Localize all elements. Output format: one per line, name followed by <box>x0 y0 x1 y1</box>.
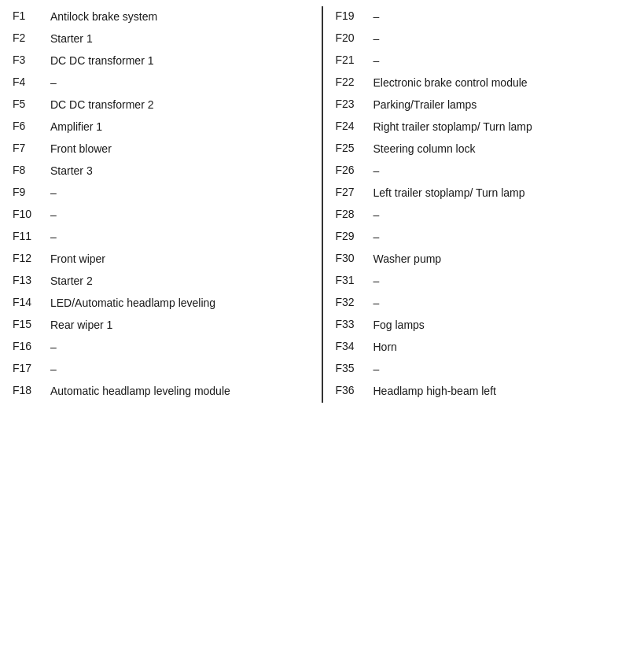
table-row: F27Left trailer stoplamp/ Turn lamp <box>336 182 632 205</box>
table-row: F4– <box>13 72 309 94</box>
table-row: F19– <box>336 6 632 28</box>
table-row: F30Washer pump <box>336 249 632 271</box>
table-row: F5DC DC transformer 2 <box>13 94 309 116</box>
fuse-description: – <box>374 274 632 289</box>
fuse-id: F19 <box>336 9 374 22</box>
table-row: F23Parking/Trailer lamps <box>336 94 632 116</box>
table-row: F1Antilock brake system <box>13 6 309 28</box>
fuse-description: Starter 3 <box>50 164 309 179</box>
fuse-id: F13 <box>13 274 50 286</box>
table-row: F34Horn <box>336 337 632 359</box>
table-row: F15Rear wiper 1 <box>13 315 309 337</box>
fuse-id: F33 <box>336 318 374 330</box>
fuse-id: F14 <box>13 296 50 308</box>
fuse-id: F10 <box>13 208 50 220</box>
fuse-description: Fog lamps <box>374 318 632 334</box>
table-row: F29– <box>336 227 632 249</box>
fuse-id: F31 <box>336 274 374 286</box>
table-row: F2Starter 1 <box>13 28 309 50</box>
table-row: F7Front blower <box>13 138 309 160</box>
fuse-id: F2 <box>13 31 50 44</box>
fuse-id: F7 <box>13 142 50 154</box>
fuse-id: F18 <box>13 384 50 396</box>
table-row: F16– <box>13 337 309 359</box>
table-row: F11– <box>13 227 309 249</box>
fuse-description: – <box>50 76 309 91</box>
fuse-id: F26 <box>336 164 374 176</box>
fuse-description: – <box>374 362 632 378</box>
fuse-id: F21 <box>336 53 374 66</box>
fuse-id: F3 <box>13 53 50 66</box>
fuse-id: F32 <box>336 296 374 308</box>
table-row: F33Fog lamps <box>336 315 632 337</box>
fuse-description: Horn <box>374 340 632 356</box>
table-row: F21– <box>336 50 632 72</box>
table-row: F26– <box>336 160 632 182</box>
fuse-description: Parking/Trailer lamps <box>374 98 632 113</box>
table-row: F12Front wiper <box>13 249 309 271</box>
table-row: F14LED/Automatic headlamp leveling <box>13 293 309 315</box>
table-row: F22Electronic brake control module <box>336 72 632 94</box>
fuse-id: F22 <box>336 76 374 88</box>
table-row: F31– <box>336 271 632 293</box>
table-row: F8Starter 3 <box>13 160 309 182</box>
fuse-description: – <box>374 31 632 47</box>
fuse-description: Washer pump <box>374 252 632 267</box>
fuse-id: F27 <box>336 186 374 198</box>
fuse-description: Starter 2 <box>50 274 309 289</box>
fuse-id: F5 <box>13 98 50 110</box>
table-row: F36Headlamp high-beam left <box>336 381 632 403</box>
fuse-id: F30 <box>336 252 374 264</box>
fuse-description: – <box>374 296 632 311</box>
fuse-description: Steering column lock <box>374 142 632 157</box>
table-row: F20– <box>336 28 632 50</box>
left-column: F1Antilock brake systemF2Starter 1F3DC D… <box>0 6 323 403</box>
fuse-description: Antilock brake system <box>50 9 309 25</box>
fuse-description: DC DC transformer 2 <box>50 98 309 113</box>
fuse-description: – <box>374 53 632 69</box>
fuse-description: – <box>50 186 309 201</box>
table-row: F18Automatic headlamp leveling module <box>13 381 309 403</box>
fuse-description: Headlamp high-beam left <box>374 384 632 400</box>
fuse-description: – <box>50 208 309 223</box>
fuse-description: – <box>374 208 632 223</box>
table-row: F24Right trailer stoplamp/ Turn lamp <box>336 116 632 138</box>
fuse-description: – <box>50 362 309 378</box>
table-row: F35– <box>336 359 632 381</box>
fuse-id: F11 <box>13 230 50 242</box>
fuse-description: Starter 1 <box>50 31 309 47</box>
right-column: F19–F20–F21–F22Electronic brake control … <box>323 6 645 403</box>
fuse-description: – <box>50 340 309 356</box>
fuse-description: – <box>374 230 632 245</box>
fuse-id: F16 <box>13 340 50 352</box>
table-row: F32– <box>336 293 632 315</box>
fuse-description: Electronic brake control module <box>374 76 632 91</box>
table-row: F28– <box>336 205 632 227</box>
fuse-id: F20 <box>336 31 374 44</box>
fuse-description: – <box>50 230 309 245</box>
fuse-table: F1Antilock brake systemF2Starter 1F3DC D… <box>0 0 644 409</box>
table-row: F13Starter 2 <box>13 271 309 293</box>
fuse-id: F25 <box>336 142 374 154</box>
fuse-id: F24 <box>336 120 374 132</box>
fuse-id: F8 <box>13 164 50 176</box>
fuse-id: F17 <box>13 362 50 374</box>
table-row: F9– <box>13 182 309 205</box>
fuse-id: F15 <box>13 318 50 330</box>
fuse-id: F34 <box>336 340 374 352</box>
fuse-id: F35 <box>336 362 374 374</box>
table-row: F10– <box>13 205 309 227</box>
fuse-description: Left trailer stoplamp/ Turn lamp <box>374 186 632 201</box>
fuse-description: Front wiper <box>50 252 309 267</box>
table-row: F17– <box>13 359 309 381</box>
fuse-id: F23 <box>336 98 374 110</box>
table-row: F25Steering column lock <box>336 138 632 160</box>
fuse-id: F12 <box>13 252 50 264</box>
fuse-description: Front blower <box>50 142 309 157</box>
fuse-description: LED/Automatic headlamp leveling <box>50 296 309 311</box>
fuse-id: F9 <box>13 186 50 198</box>
fuse-description: Right trailer stoplamp/ Turn lamp <box>374 120 632 135</box>
fuse-id: F29 <box>336 230 374 242</box>
fuse-id: F36 <box>336 384 374 396</box>
fuse-description: DC DC transformer 1 <box>50 53 309 69</box>
